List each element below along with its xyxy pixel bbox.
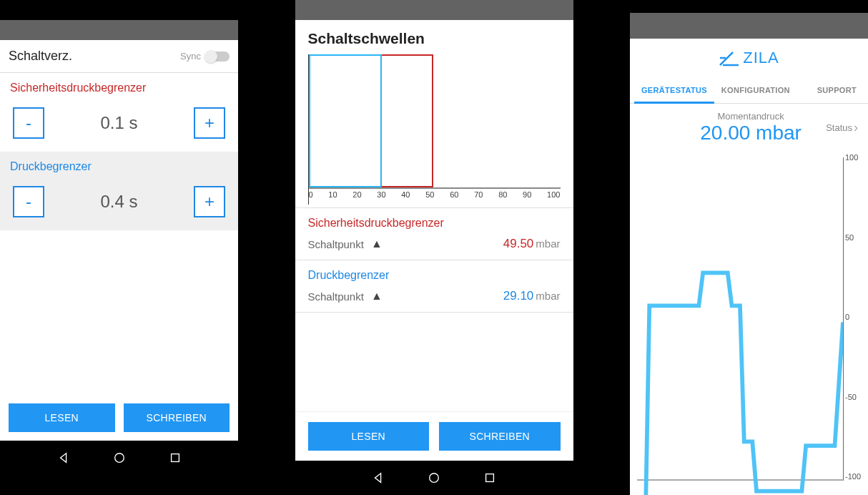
svg-point-2	[430, 474, 439, 483]
svg-rect-1	[171, 454, 179, 462]
status-bar	[630, 13, 868, 39]
write-button[interactable]: SCHREIBEN	[124, 403, 230, 432]
threshold-value-limiter: 29.10	[503, 289, 534, 303]
current-pressure-value: 20.00 mbar	[676, 122, 826, 144]
section-title-safety: Sicherheitsdruckbegrenzer	[308, 217, 561, 230]
read-button[interactable]: LESEN	[9, 403, 115, 432]
android-navbar	[295, 461, 573, 495]
nav-recent-icon[interactable]	[483, 471, 496, 484]
tab-device-status[interactable]: GERÄTESTATUS	[634, 77, 714, 104]
threshold-value-safety: 49.50	[503, 237, 534, 250]
pressure-chart: 100500-50-100	[637, 153, 864, 495]
section-title-limiter: Druckbegrenzer	[308, 269, 561, 282]
tab-configuration[interactable]: KONFIGURATION	[714, 77, 797, 103]
status-link[interactable]: Status ›	[826, 120, 858, 135]
sync-toggle[interactable]	[205, 52, 230, 62]
threshold-chart: 0102030405060708090100	[295, 54, 573, 207]
section-title-limiter: Druckbegrenzer	[10, 160, 228, 173]
delay-value-safety: 0.1 s	[100, 113, 137, 133]
current-pressure-label: Momentandruck	[676, 111, 826, 122]
status-bar	[295, 0, 573, 20]
read-button[interactable]: LESEN	[308, 422, 430, 451]
nav-back-icon[interactable]	[372, 471, 385, 484]
section-title-safety: Sicherheitsdruckbegrenzer	[10, 82, 228, 94]
brand-logo: ZILA	[630, 39, 868, 77]
android-navbar	[0, 441, 238, 475]
decrement-button[interactable]: -	[13, 186, 44, 217]
threshold-row-safety[interactable]: Schaltpunkt ▲ 49.50mbar	[308, 237, 561, 251]
sync-label: Sync	[180, 51, 201, 62]
write-button[interactable]: SCHREIBEN	[439, 422, 561, 451]
arrow-up-icon: ▲	[371, 237, 383, 250]
increment-button[interactable]: +	[194, 107, 225, 139]
increment-button[interactable]: +	[194, 186, 225, 217]
arrow-up-icon: ▲	[371, 290, 383, 303]
status-bar	[0, 20, 238, 40]
threshold-label: Schaltpunkt	[308, 238, 364, 250]
svg-rect-3	[486, 474, 494, 482]
page-title: Schaltschwellen	[295, 20, 573, 54]
decrement-button[interactable]: -	[13, 107, 44, 139]
nav-back-icon[interactable]	[57, 451, 70, 464]
nav-home-icon[interactable]	[113, 451, 126, 464]
nav-home-icon[interactable]	[428, 471, 440, 484]
delay-value-limiter: 0.4 s	[100, 192, 137, 212]
chevron-right-icon: ›	[854, 120, 858, 135]
tab-support[interactable]: SUPPORT	[810, 77, 864, 103]
svg-point-0	[114, 454, 124, 463]
threshold-label: Schaltpunkt	[308, 290, 364, 303]
nav-recent-icon[interactable]	[169, 451, 182, 464]
page-title: Schaltverz.	[9, 49, 72, 64]
threshold-row-limiter[interactable]: Schaltpunkt ▲ 29.10mbar	[308, 289, 561, 303]
